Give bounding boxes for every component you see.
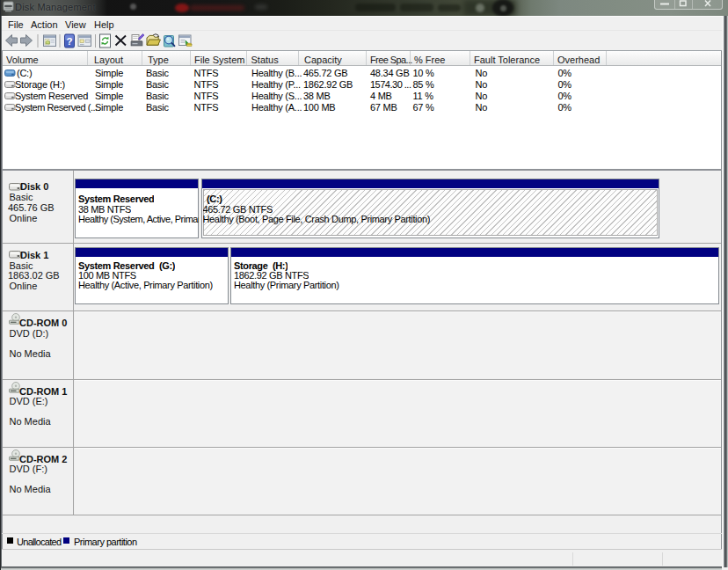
svg-text:?: ? xyxy=(66,36,72,47)
